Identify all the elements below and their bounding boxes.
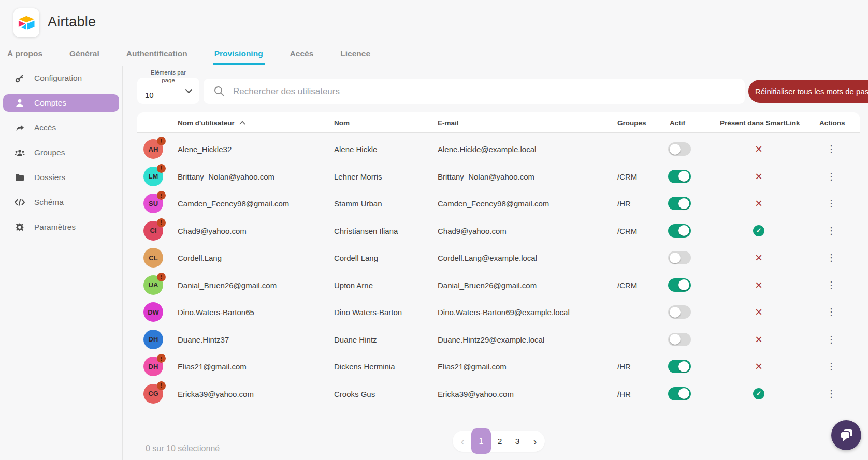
active-toggle[interactable] xyxy=(668,333,691,346)
username-cell: Camden_Feeney98@gmail.com xyxy=(178,199,289,208)
kebab-menu-icon[interactable]: ⋮ xyxy=(827,389,836,398)
tab-general[interactable]: Général xyxy=(68,49,101,65)
table-row[interactable]: CG!Ericka39@yahoo.comCrooks GusEricka39@… xyxy=(0,380,868,408)
avatar-cell: DW xyxy=(143,302,163,322)
kebab-menu-icon[interactable]: ⋮ xyxy=(827,226,836,235)
username-cell: Danial_Bruen26@gmail.com xyxy=(178,280,277,289)
smartlink-cell: × xyxy=(748,251,769,264)
kebab-menu-icon[interactable]: ⋮ xyxy=(827,172,836,181)
smartlink-cell: × xyxy=(748,333,769,346)
name-cell: Upton Arne xyxy=(334,280,373,289)
active-toggle[interactable] xyxy=(668,142,691,156)
cross-icon: × xyxy=(755,306,762,318)
email-cell: Chad9@yahoo.com xyxy=(438,226,507,235)
search-icon xyxy=(213,85,225,97)
active-cell xyxy=(668,333,691,346)
user-icon xyxy=(14,98,25,108)
tab-acces[interactable]: Accès xyxy=(288,49,315,65)
sidebar-item-label: Accès xyxy=(34,123,56,132)
active-toggle[interactable] xyxy=(668,224,691,238)
table-row[interactable]: SU!Camden_Feeney98@gmail.comStamm UrbanC… xyxy=(0,190,868,217)
group-cell: /HR xyxy=(617,389,631,398)
page-next-button[interactable]: › xyxy=(526,436,544,447)
user-table-body: AH!Alene_Hickle32Alene HickleAlene.Hickl… xyxy=(0,136,868,407)
kebab-menu-icon[interactable]: ⋮ xyxy=(827,280,836,290)
toggle-knob xyxy=(678,171,689,182)
username-cell: Alene_Hickle32 xyxy=(178,145,232,154)
kebab-menu-icon[interactable]: ⋮ xyxy=(827,307,836,317)
sidebar-item-configuration[interactable]: Configuration xyxy=(0,66,122,91)
cross-icon: × xyxy=(755,333,762,346)
active-cell xyxy=(668,142,691,156)
table-row[interactable]: DWDino.Waters-Barton65Dino Waters-Barton… xyxy=(0,299,868,326)
email-cell: Camden_Feeney98@gmail.com xyxy=(438,199,549,208)
smartlink-cell: × xyxy=(748,360,769,373)
avatar: DW xyxy=(143,302,163,322)
kebab-menu-icon[interactable]: ⋮ xyxy=(827,144,836,154)
chat-launcher-button[interactable] xyxy=(831,420,861,450)
tab-licence[interactable]: Licence xyxy=(339,49,372,65)
airtable-logo-icon xyxy=(17,14,36,31)
avatar-cell: AH! xyxy=(143,139,163,159)
active-toggle[interactable] xyxy=(668,305,691,319)
avatar-cell: DH! xyxy=(143,357,163,376)
tab-provisioning[interactable]: Provisioning xyxy=(213,49,265,65)
active-toggle[interactable] xyxy=(668,278,691,292)
kebab-menu-icon[interactable]: ⋮ xyxy=(827,253,836,262)
table-row[interactable]: CI!Chad9@yahoo.comChristiansen IlianaCha… xyxy=(0,217,868,245)
table-row[interactable]: UA!Danial_Bruen26@gmail.comUpton ArneDan… xyxy=(0,272,868,299)
tab-authentification[interactable]: Authentification xyxy=(125,49,189,65)
smartlink-cell: × xyxy=(748,306,769,318)
share-icon xyxy=(14,123,25,133)
cross-icon: × xyxy=(755,143,762,155)
table-row[interactable]: DH!Elias21@gmail.comDickens HerminiaElia… xyxy=(0,353,868,380)
name-cell: Dickens Herminia xyxy=(334,362,395,371)
tab-a-propos[interactable]: À propos xyxy=(6,49,44,65)
alert-badge-icon: ! xyxy=(157,354,166,363)
active-cell xyxy=(668,251,691,264)
alert-badge-icon: ! xyxy=(157,137,166,145)
name-cell: Crooks Gus xyxy=(334,389,375,398)
key-icon xyxy=(14,73,25,83)
active-toggle[interactable] xyxy=(668,251,691,264)
active-toggle[interactable] xyxy=(668,360,691,373)
sidebar-item-label: Comptes xyxy=(34,98,66,108)
toggle-knob xyxy=(670,334,681,345)
reset-passwords-button[interactable]: Réinitialiser tous les mots de passe xyxy=(748,80,868,103)
toggle-knob xyxy=(670,144,681,155)
smartlink-cell: × xyxy=(748,143,769,155)
email-cell: Elias21@gmail.com xyxy=(438,362,507,371)
table-header: Nom d'utilisateur Nom E-mail Groupes Act… xyxy=(137,112,860,133)
table-row[interactable]: LM!Brittany_Nolan@yahoo.comLehner Morris… xyxy=(0,163,868,190)
active-toggle[interactable] xyxy=(668,197,691,210)
name-cell: Cordell Lang xyxy=(334,254,378,262)
username-cell: Chad9@yahoo.com xyxy=(178,226,247,235)
table-row[interactable]: CLCordell.LangCordell LangCordell.Lang@e… xyxy=(0,244,868,272)
table-row[interactable]: DHDuane.Hintz37Duane HintzDuane.Hintz29@… xyxy=(0,326,868,353)
avatar: DH! xyxy=(143,357,163,376)
kebab-menu-icon[interactable]: ⋮ xyxy=(827,199,836,208)
avatar-cell: SU! xyxy=(143,194,163,213)
table-row[interactable]: AH!Alene_Hickle32Alene HickleAlene.Hickl… xyxy=(0,136,868,163)
column-actions: Actions xyxy=(819,112,845,133)
column-username[interactable]: Nom d'utilisateur xyxy=(178,112,245,133)
active-cell xyxy=(668,360,691,373)
page-button-3[interactable]: 3 xyxy=(509,437,526,446)
sidebar-item-comptes[interactable]: Comptes xyxy=(0,91,122,115)
avatar: CI! xyxy=(143,221,163,241)
kebab-menu-icon[interactable]: ⋮ xyxy=(827,362,836,371)
group-cell: /HR xyxy=(617,362,631,371)
page-button-1[interactable]: 1 xyxy=(471,428,491,454)
active-toggle[interactable] xyxy=(668,170,691,183)
group-cell: /CRM xyxy=(617,280,637,289)
search-input[interactable] xyxy=(232,86,672,97)
kebab-menu-icon[interactable]: ⋮ xyxy=(827,335,836,344)
name-cell: Lehner Morris xyxy=(334,172,382,181)
page-prev-button[interactable]: ‹ xyxy=(454,436,471,447)
active-toggle[interactable] xyxy=(668,387,691,400)
group-cell: /CRM xyxy=(617,172,637,181)
page-button-2[interactable]: 2 xyxy=(491,437,509,446)
username-cell: Duane.Hintz37 xyxy=(178,335,229,344)
actions-cell: ⋮ xyxy=(822,226,840,235)
per-page-select[interactable]: Eléments par page 10 xyxy=(137,78,199,104)
